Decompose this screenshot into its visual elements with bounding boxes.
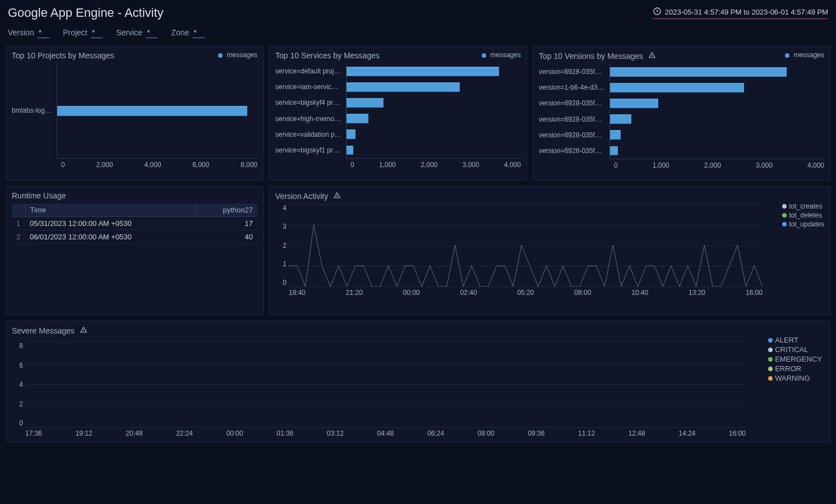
axis-tick: 0	[61, 161, 65, 169]
bar-label: version=1-b6-4e-d3-80edca6 ...services p…	[539, 84, 605, 91]
axis-tick: 2,000	[96, 161, 113, 169]
axis-tick: 03:12	[327, 429, 344, 437]
table-row[interactable]: 2 06/01/2023 12:00:00 AM +0530 40	[12, 230, 257, 244]
warning-icon	[648, 51, 657, 61]
filter-value[interactable]: *	[91, 28, 103, 38]
axis-tick: 13:20	[689, 289, 705, 297]
panel-severe-messages: Severe Messages ALERTCRITICALEMERGENCYER…	[6, 321, 830, 442]
table-row[interactable]: 1 05/31/2023 12:00:00 AM +0530 17	[12, 217, 257, 230]
legend[interactable]: tot_createstot_deletestot_updates	[782, 202, 824, 229]
axis-tick: 4,000	[504, 161, 521, 169]
panel-top-versions: Top 10 Versions by Messages messages ver…	[533, 46, 830, 181]
axis-tick: 0	[350, 161, 354, 169]
legend-item[interactable]: EMERGENCY	[768, 355, 822, 363]
bar[interactable]	[610, 83, 744, 93]
filter-project[interactable]: Project *	[63, 28, 103, 38]
cell-value: 17	[197, 217, 257, 230]
panel-runtime-usage: Runtime Usage Time python27 1 05/31/2023…	[6, 186, 264, 315]
legend-item[interactable]: CRITICAL	[768, 345, 822, 354]
bar[interactable]	[347, 82, 460, 92]
filter-service[interactable]: Service *	[116, 28, 158, 38]
axis-tick: 17:36	[25, 429, 42, 437]
bar-label: service=iam-services project=bmlabs-logg…	[275, 84, 341, 91]
axis-tick: 0	[614, 161, 618, 169]
bar[interactable]	[347, 98, 384, 108]
axis-tick: 20:48	[126, 429, 142, 437]
legend-item[interactable]: WARNING	[768, 374, 822, 382]
legend-item[interactable]: ERROR	[768, 364, 822, 373]
legend[interactable]: messages	[785, 51, 824, 59]
filter-value[interactable]: *	[38, 28, 49, 38]
page-title: Google App Engine - Activity	[8, 6, 164, 20]
axis-tick: 6,000	[192, 161, 209, 169]
table-header-python27[interactable]: python27	[197, 204, 257, 217]
panel-title-text: Top 10 Versions by Messages	[539, 52, 643, 61]
axis-tick: 4,000	[144, 161, 161, 169]
bar-label: service=default project=bmlabs-loggen	[275, 68, 341, 75]
legend-item[interactable]: tot_creates	[782, 202, 824, 210]
bar-label: version=6928-035f46b service=default pro…	[539, 68, 605, 76]
filter-value[interactable]: *	[192, 28, 204, 38]
row-index: 2	[12, 230, 25, 244]
axis-tick: 06:24	[427, 429, 444, 437]
bar-chart: 86420 17:3619:1220:4822:2400:0001:3603:1…	[25, 342, 746, 437]
cell-time: 05/31/2023 12:00:00 AM +0530	[25, 217, 197, 230]
time-range-picker[interactable]: 2023-05-31 4:57:49 PM to 2023-06-01 4:57…	[653, 7, 828, 19]
runtime-table: Time python27 1 05/31/2023 12:00:00 AM +…	[12, 204, 257, 244]
bar[interactable]	[610, 67, 787, 77]
axis-tick: 4,000	[807, 161, 824, 169]
bar[interactable]	[610, 99, 658, 108]
axis-tick: 08:00	[574, 289, 591, 297]
axis-tick: 08:00	[478, 429, 495, 437]
panel-top-projects: Top 10 Projects by Messages messages bml…	[6, 46, 264, 181]
panel-title: Severe Messages	[12, 326, 824, 335]
bar[interactable]	[610, 146, 618, 156]
axis-tick: 18:40	[289, 289, 306, 297]
legend-item[interactable]: tot_updates	[782, 220, 824, 228]
table-header-time[interactable]: Time	[25, 204, 197, 217]
axis-tick: 00:00	[403, 289, 420, 297]
bar[interactable]	[347, 146, 353, 155]
filter-label: Version	[8, 28, 34, 37]
bar-label: version=6928-035f46b service=h...d-modul…	[539, 116, 605, 123]
bar[interactable]	[347, 67, 499, 76]
bar-label: service=bigskyf4 project=bmlabs-loggen	[275, 99, 341, 107]
bar-label: version=6928-035f46b service=bigskyf1 pr…	[539, 147, 605, 155]
axis-tick: 16:00	[729, 429, 746, 437]
legend[interactable]: messages	[482, 51, 521, 59]
legend-item[interactable]: ALERT	[768, 336, 822, 344]
panel-title-text: Severe Messages	[12, 326, 75, 335]
axis-tick: 09:36	[528, 429, 544, 437]
axis-tick: 1,000	[653, 161, 669, 169]
bar[interactable]	[610, 130, 621, 140]
panel-title: Runtime Usage	[12, 191, 257, 200]
bar[interactable]	[347, 114, 368, 123]
axis-tick: 05:20	[517, 289, 534, 297]
filter-zone[interactable]: Zone *	[171, 28, 204, 38]
bar[interactable]	[347, 130, 355, 139]
panel-version-activity: Version Activity tot_createstot_deletest…	[269, 186, 830, 315]
axis-tick: 3,000	[756, 161, 773, 169]
legend[interactable]: messages	[218, 51, 257, 59]
bar-label: version=6928-035f46b service=bigskyf4 pr…	[539, 100, 605, 107]
filter-version[interactable]: Version *	[8, 28, 49, 38]
filter-value[interactable]: *	[146, 28, 158, 38]
table-header-idx[interactable]	[12, 204, 25, 217]
legend-label: messages	[227, 51, 257, 59]
axis-tick: 01:36	[276, 429, 293, 437]
legend[interactable]: ALERTCRITICALEMERGENCYERRORWARNING	[768, 336, 822, 383]
bar[interactable]	[610, 114, 631, 124]
cell-time: 06/01/2023 12:00:00 AM +0530	[25, 230, 197, 244]
legend-item[interactable]: tot_deletes	[782, 211, 824, 219]
row-index: 1	[12, 217, 25, 230]
axis-tick: 02:40	[460, 289, 477, 297]
axis-tick: 1,000	[379, 161, 396, 169]
axis-tick: 3,000	[463, 161, 479, 169]
axis-tick: 2,000	[704, 161, 721, 169]
time-range-text: 2023-05-31 4:57:49 PM to 2023-06-01 4:57…	[665, 8, 828, 16]
axis-tick: 19:12	[76, 429, 93, 437]
axis-tick: 00:00	[227, 429, 243, 437]
axis-tick: 04:48	[377, 429, 394, 437]
bar[interactable]	[57, 106, 247, 116]
clock-icon	[653, 7, 662, 17]
